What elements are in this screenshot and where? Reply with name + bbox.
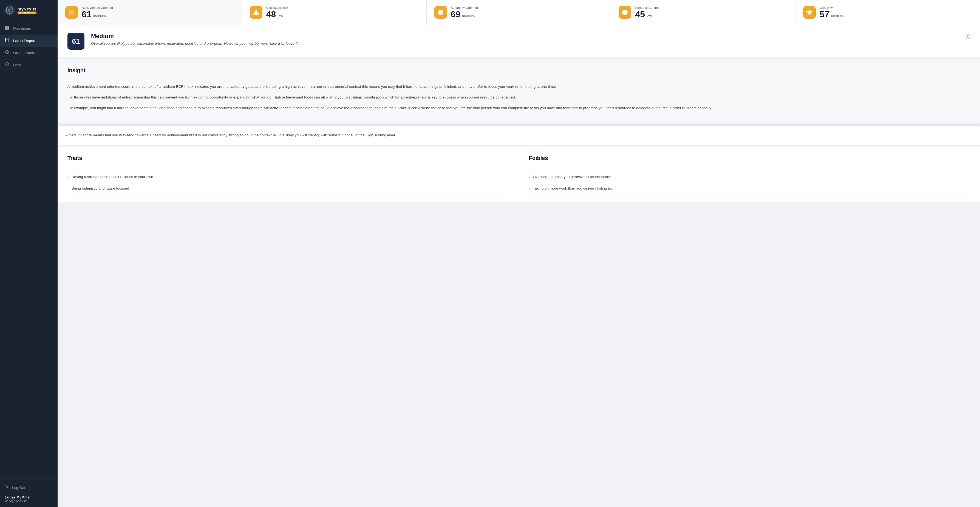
score-card-achievement: Achievement Oriented 61 medium — [57, 0, 242, 25]
foible-label-1: Overlooking those you perceive to be inc… — [533, 175, 611, 179]
autonomy-level: medium — [462, 14, 475, 18]
medium-note-text: A medium score means that you may tend t… — [65, 132, 972, 139]
logo-circle — [6, 6, 13, 14]
sidebar-logo: myNexus ESI REPORTS — [0, 0, 57, 20]
app-badge: ESI REPORTS — [18, 11, 37, 14]
traits-foibles-row: Traits › Having a strong sense of self r… — [57, 147, 980, 202]
personal-control-level: low — [647, 14, 652, 18]
creativity-label: Creativity — [819, 6, 844, 10]
svg-point-1 — [9, 10, 10, 11]
svg-point-26 — [624, 12, 625, 13]
trait-item-2[interactable]: › Being optimistic and future focused — [67, 183, 509, 195]
foible-item-1[interactable]: › Overlooking those you perceive to be i… — [529, 171, 970, 183]
sidebar: myNexus ESI REPORTS Dashboard — [0, 0, 57, 507]
user-info: James McMillan Manage account — [5, 493, 53, 502]
achievement-number: 61 — [82, 10, 92, 19]
logout-label: Log Out — [12, 486, 25, 490]
latest-report-icon — [5, 38, 10, 43]
medium-score: 61 — [72, 37, 80, 46]
sidebar-item-dashboard[interactable]: Dashboard — [0, 22, 57, 35]
foible-arrow-1: › — [529, 175, 530, 179]
traits-column: Traits › Having a strong sense of self r… — [57, 147, 519, 202]
help-icon: ? — [5, 62, 10, 67]
logo-icon — [5, 5, 15, 15]
foible-label-2: Taking on more work than you deliver / f… — [533, 186, 615, 190]
traits-divider — [67, 166, 509, 166]
sidebar-label-latest-report: Latest Report — [13, 39, 35, 43]
autonomy-label: Autonomy Oriented — [451, 6, 478, 10]
foible-item-2[interactable]: › Taking on more work than you deliver /… — [529, 183, 970, 195]
medium-description: Overall you are likely to be reasonably … — [91, 41, 958, 46]
main-content: Achievement Oriented 61 medium Calculate… — [57, 0, 980, 507]
calculated-risk-icon-box — [250, 6, 262, 19]
trait-arrow-1: › — [67, 175, 69, 179]
insight-paragraph-3: For example, you might find it hard to l… — [67, 105, 970, 112]
sidebar-nav: Dashboard Latest Report Orde — [0, 20, 57, 250]
foibles-divider — [529, 166, 970, 166]
sidebar-item-latest-report[interactable]: Latest Report — [0, 35, 57, 47]
personal-control-label: Personal Control — [635, 6, 659, 10]
trait-label-2: Being optimistic and future focused — [72, 186, 129, 190]
svg-point-19 — [440, 11, 441, 13]
autonomy-info: Autonomy Oriented 69 medium — [451, 6, 478, 19]
info-icon[interactable] — [965, 34, 970, 41]
achievement-icon-box — [65, 6, 78, 19]
svg-rect-5 — [7, 28, 9, 30]
personal-control-number: 45 — [635, 10, 645, 19]
calculated-risk-level: low — [277, 14, 283, 18]
trait-item-1[interactable]: › Having a strong sense of self reliance… — [67, 171, 509, 183]
medium-badge: 61 — [67, 33, 84, 49]
calculated-risk-info: Calculated Risk 48 low — [266, 6, 288, 19]
trait-arrow-2: › — [67, 187, 69, 191]
sidebar-label-dashboard: Dashboard — [13, 27, 31, 31]
autonomy-icon-box — [434, 6, 447, 19]
insight-title: Insight — [67, 67, 970, 73]
app-name: myNexus — [18, 6, 37, 11]
calculated-risk-label: Calculated Risk — [266, 6, 288, 10]
foibles-title: Foibles — [529, 155, 970, 161]
trait-label-1: Having a strong sense of self reliance i… — [72, 175, 157, 179]
score-card-autonomy: Autonomy Oriented 69 medium — [427, 0, 611, 25]
personal-control-value: 45 low — [635, 10, 659, 19]
content-area: 61 Medium Overall you are likely to be r… — [57, 25, 980, 507]
svg-rect-3 — [7, 26, 9, 28]
achievement-info: Achievement Oriented 61 medium — [82, 6, 113, 19]
personal-control-icon-box — [619, 6, 631, 19]
order-history-icon — [5, 50, 10, 56]
svg-rect-2 — [5, 26, 7, 28]
user-sub: Manage account — [5, 499, 53, 502]
logout-icon — [5, 485, 9, 490]
creativity-info: Creativity 57 medium — [819, 6, 844, 19]
autonomy-value: 69 medium — [451, 10, 478, 19]
logo-text: myNexus ESI REPORTS — [18, 6, 37, 14]
score-cards-row: Achievement Oriented 61 medium Calculate… — [57, 0, 980, 25]
achievement-level: medium — [93, 14, 106, 18]
svg-point-17 — [256, 14, 256, 14]
svg-marker-27 — [807, 10, 812, 15]
score-card-calculated-risk: Calculated Risk 48 low — [242, 0, 427, 25]
sidebar-item-help[interactable]: ? Help — [0, 59, 57, 71]
achievement-label: Achievement Oriented — [82, 6, 113, 10]
svg-text:?: ? — [6, 63, 8, 66]
medium-block: 61 Medium Overall you are likely to be r… — [57, 25, 980, 59]
score-card-creativity: Creativity 57 medium — [795, 0, 980, 25]
traits-title: Traits — [67, 155, 509, 161]
medium-text: Medium Overall you are likely to be reas… — [91, 33, 958, 46]
insight-paragraph-1: A medium achievement oriented score in t… — [67, 84, 970, 90]
personal-control-info: Personal Control 45 low — [635, 6, 659, 19]
achievement-value: 61 medium — [82, 10, 113, 19]
foibles-column: Foibles › Overlooking those you perceive… — [519, 147, 980, 202]
sidebar-item-order-history[interactable]: Order History — [0, 47, 57, 59]
score-card-personal-control: Personal Control 45 low — [611, 0, 795, 25]
svg-point-30 — [967, 35, 968, 36]
logout-button[interactable]: Log Out — [5, 483, 53, 493]
sidebar-label-order-history: Order History — [13, 51, 35, 55]
foible-arrow-2: › — [529, 187, 530, 191]
autonomy-number: 69 — [451, 10, 461, 19]
creativity-value: 57 medium — [819, 10, 844, 19]
creativity-level: medium — [831, 14, 844, 18]
insight-section: Insight A medium achievement oriented sc… — [57, 59, 980, 126]
dashboard-icon — [5, 26, 10, 31]
insight-paragraph-2: For those who have ambitions of entrepre… — [67, 94, 970, 101]
medium-note: A medium score means that you may tend t… — [57, 126, 980, 147]
